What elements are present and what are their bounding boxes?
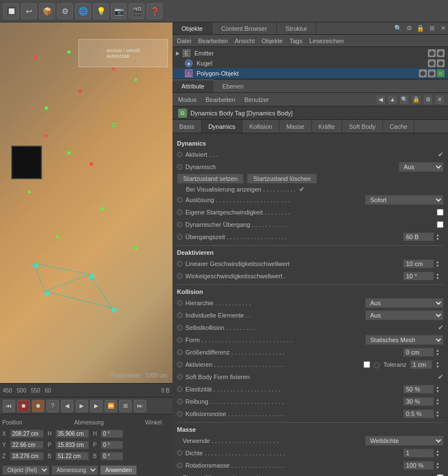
y-position-input[interactable] [10, 441, 44, 449]
prev-frame-btn[interactable]: ◀ [61, 400, 73, 412]
kollisionsnoise-input[interactable] [403, 409, 434, 418]
toolbar-icon-2[interactable]: ↩ [21, 3, 37, 19]
p-abmessung-input[interactable] [55, 441, 89, 449]
play-back-btn[interactable]: ⏮ [3, 400, 15, 412]
next-frame-btn[interactable]: ▶ [76, 400, 88, 412]
reibung-spinner[interactable]: ▲ ▼ [436, 398, 444, 405]
toolbar-icon-8[interactable]: 🎬 [129, 3, 144, 19]
toolbar-icon-5[interactable]: 🌐 [75, 3, 91, 19]
aktivieren-checkbox[interactable] [363, 361, 370, 368]
tab-ebenen[interactable]: Ebenen [213, 80, 253, 92]
kollisionsnoise-spinner[interactable]: ▲ ▼ [436, 410, 444, 418]
dichte-spinner[interactable]: ▲ ▼ [436, 449, 444, 457]
tab-basis[interactable]: Basis [172, 120, 202, 133]
b-winkel-input[interactable] [101, 452, 123, 460]
menu-lesezeichen[interactable]: Lesezeichen [309, 38, 344, 44]
linear-spinner[interactable]: ▲ ▼ [436, 260, 444, 268]
toolbar-icon-9[interactable]: ❓ [147, 3, 162, 19]
coord-system-dropdown[interactable]: Objekt (Rel) [2, 465, 49, 475]
menu-datei[interactable]: Datei [177, 38, 192, 44]
elastizitaet-input[interactable] [403, 385, 434, 394]
lock-icon[interactable]: 🔒 [416, 24, 426, 34]
hierarchie-dropdown[interactable]: Aus [365, 298, 444, 308]
modus-btn[interactable]: Modus [176, 95, 199, 104]
fast-fwd-btn[interactable]: ⏩ [105, 400, 117, 412]
b-abmessung-input[interactable] [55, 452, 89, 460]
nav-search-btn[interactable]: 🔍 [399, 95, 409, 105]
record-btn[interactable]: ⏺ [32, 400, 44, 412]
dyn-uebergang-checkbox[interactable] [437, 221, 444, 228]
auslosung-dropdown[interactable]: Sofort [365, 195, 444, 205]
toleranz-input[interactable] [410, 360, 432, 369]
nav-back-btn[interactable]: ◀ [376, 95, 386, 105]
anim-btn[interactable]: ⏭ [134, 400, 146, 412]
play-btn[interactable]: ▶ [90, 400, 102, 412]
winkel-input[interactable] [403, 272, 434, 281]
tree-item-polygon[interactable]: △ Polygon-Objekt ⚫ ⚫ D [172, 68, 448, 78]
nav-close-btn[interactable]: ✕ [435, 95, 445, 105]
winkel-spinner[interactable]: ▲ ▼ [436, 272, 444, 280]
nav-lock-btn[interactable]: 🔒 [411, 95, 421, 105]
groessendifferenz-spinner[interactable]: ▲ ▼ [436, 348, 444, 356]
dichte-input[interactable] [403, 449, 434, 458]
gear-icon[interactable]: ⚙ [404, 24, 414, 34]
startzustand-setzen-btn[interactable]: Startzustand setzen [177, 174, 244, 184]
tree-item-emitter[interactable]: ▶ E Emitter ⚫ ⚫ [172, 48, 448, 58]
toolbar-icon-4[interactable]: ⚙ [57, 3, 73, 19]
menu-bearbeiten[interactable]: Bearbeiten [198, 38, 228, 44]
menu-ansicht[interactable]: Ansicht [235, 38, 255, 44]
toleranz-spinner[interactable]: ▲ ▼ [436, 361, 444, 368]
nav-fwd-btn[interactable]: ▲ [388, 95, 398, 105]
z-position-input[interactable] [10, 452, 44, 460]
menu-objekte[interactable]: Objekte [262, 38, 283, 44]
tab-objekte[interactable]: Objekte [172, 22, 212, 34]
stop-btn[interactable]: ⏺ [17, 400, 30, 412]
viewport[interactable]: esclusi i veicoliautorizzati Rasterweite… [0, 22, 172, 383]
eigene-checkbox[interactable] [437, 209, 444, 216]
tab-kraefte[interactable]: Kräfte [312, 120, 342, 133]
x-position-input[interactable] [10, 430, 44, 438]
elastizitaet-radio [177, 386, 183, 392]
uebergangszeit-input[interactable] [403, 232, 434, 241]
toolbar-icon-7[interactable]: 📷 [111, 3, 127, 19]
toolbar-icon-1[interactable]: 🔲 [3, 3, 19, 19]
grid-btn[interactable]: ⊞ [119, 400, 132, 412]
expand-icon[interactable]: ⊞ [427, 24, 437, 34]
rotationsmasse-spinner[interactable]: ▲ ▼ [436, 461, 444, 469]
nav-settings-btn[interactable]: ⚙ [423, 95, 433, 105]
close-icon[interactable]: ✕ [438, 24, 448, 34]
elastizitaet-spinner[interactable]: ▲ ▼ [436, 385, 444, 393]
tree-item-kugel[interactable]: ● Kugel ⚫ ⚫ [172, 58, 448, 68]
menu-tags[interactable]: Tags [290, 38, 302, 44]
rotationsmasse-input[interactable] [403, 461, 434, 470]
p-winkel-input[interactable] [101, 441, 123, 449]
tab-masse[interactable]: Masse [279, 120, 311, 133]
dynamisch-dropdown[interactable]: Aus Ein [399, 162, 444, 172]
tab-attribute[interactable]: Attribute [172, 80, 213, 92]
groessendifferenz-input[interactable] [403, 348, 434, 357]
tab-dynamics[interactable]: Dynamics [202, 120, 242, 133]
benutzer-btn[interactable]: Benutzer [242, 95, 271, 104]
h-abmessung-input[interactable] [55, 430, 89, 438]
toolbar-icon-3[interactable]: 📦 [39, 3, 55, 19]
form-dropdown[interactable]: Statisches Mesh [365, 335, 444, 345]
linear-row: Linearer Geschwindigkeitsschwellwert ▲ ▼ [177, 258, 444, 269]
linear-input[interactable] [403, 259, 434, 268]
tab-kollision[interactable]: Kollision [242, 120, 279, 133]
search-icon[interactable]: 🔍 [393, 24, 403, 34]
reibung-input[interactable] [403, 397, 434, 406]
abmessung-type-dropdown[interactable]: Abmessung [52, 465, 98, 475]
toolbar-icon-6[interactable]: 💡 [93, 3, 109, 19]
tab-content-browser[interactable]: Content Browser [212, 22, 277, 34]
verwende-dropdown[interactable]: Weltdichte [365, 436, 444, 446]
startzustand-loeschen-btn[interactable]: Startzustand löschen [247, 174, 317, 184]
bearbeiten-btn[interactable]: Bearbeiten [203, 95, 237, 104]
individuelle-dropdown[interactable]: Aus [365, 310, 444, 320]
tab-cache[interactable]: Cache [383, 120, 415, 133]
tab-struktur[interactable]: Struktur [277, 22, 317, 34]
help-btn[interactable]: ? [46, 400, 59, 412]
tab-soft-body[interactable]: Soft Body [342, 120, 383, 133]
uebergangszeit-spinner[interactable]: ▲ ▼ [436, 233, 444, 241]
apply-button[interactable]: Anwenden [100, 465, 137, 475]
h-winkel-input[interactable] [101, 430, 123, 438]
